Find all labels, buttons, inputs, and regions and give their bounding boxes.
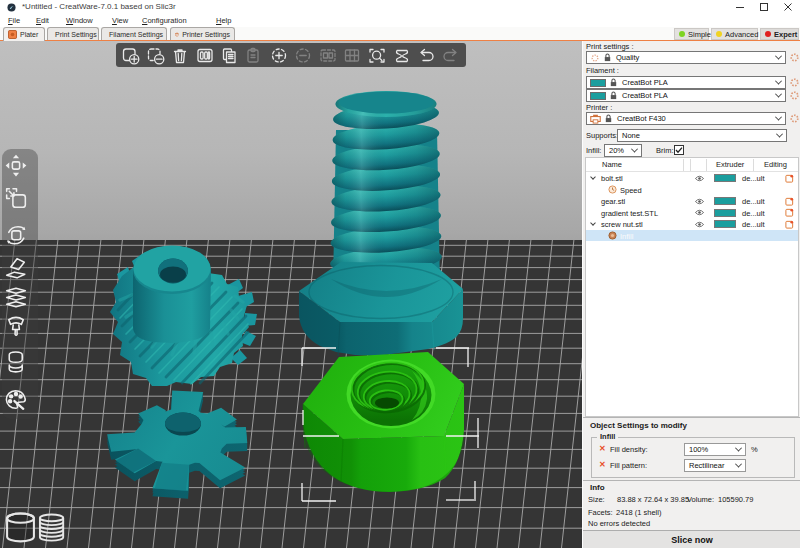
more-copies-button[interactable] <box>266 44 291 66</box>
tool-paint-button[interactable] <box>2 313 30 341</box>
chevron-down-icon <box>735 461 742 468</box>
delete-all-button[interactable] <box>168 44 193 66</box>
floating-toolbar <box>116 43 466 67</box>
list-item-gradient-test-stl[interactable]: gradient test.STLde...ult <box>586 207 798 219</box>
print-settings-combo[interactable]: Quality <box>586 51 786 64</box>
tool-layers-button[interactable] <box>2 283 30 311</box>
add-object-button[interactable] <box>119 44 144 66</box>
printer-combo[interactable]: CreatBot F430 <box>586 112 786 125</box>
column-editing[interactable]: Editing <box>764 158 787 171</box>
move-icon <box>2 151 30 179</box>
fill-pattern-combo[interactable]: Rectilinear <box>684 459 746 472</box>
menu-view[interactable]: View <box>112 16 128 25</box>
size-value: 83.88 x 72.64 x 39.85 <box>617 495 689 504</box>
undo-icon <box>416 46 436 65</box>
menu-window[interactable]: Window <box>66 16 93 25</box>
filament-combo-2[interactable]: CreatBot PLA <box>586 89 786 102</box>
list-item-screw-nut-stl[interactable]: screw nut.stlde...ult <box>586 218 798 230</box>
list-subrow-speed[interactable]: Speed <box>586 184 798 196</box>
split-button <box>316 44 341 66</box>
tab-print-settings[interactable]: Print Settings <box>47 27 99 40</box>
arrange-icon <box>195 46 215 65</box>
eye-icon[interactable] <box>695 175 704 182</box>
remove-setting-icon[interactable]: ✕ <box>599 460 606 469</box>
edit-icon[interactable] <box>785 197 794 206</box>
close-button[interactable] <box>776 0 800 14</box>
speed-icon <box>608 185 617 194</box>
column-extruder[interactable]: Extruder <box>716 158 744 171</box>
zoom-view-icon <box>367 46 387 65</box>
list-subrow-infill[interactable]: Infill <box>586 230 798 242</box>
fill-density-label: Fill density: <box>610 445 648 454</box>
menu-file[interactable]: File <box>8 16 20 25</box>
printer-gear-button[interactable] <box>789 113 800 124</box>
printer-settings-icon <box>175 30 179 39</box>
edit-icon[interactable] <box>785 220 794 229</box>
list-item-gear-stl[interactable]: gear.stlde...ult <box>586 195 798 207</box>
volume-label: Volume: <box>687 495 714 504</box>
supports-combo[interactable]: None <box>617 129 787 142</box>
scale-icon <box>2 184 30 212</box>
tool-move-button[interactable] <box>2 151 30 179</box>
column-separator <box>690 159 691 171</box>
minimize-button[interactable] <box>728 0 752 14</box>
menu-configuration[interactable]: Configuration <box>142 16 187 25</box>
edit-icon[interactable] <box>785 208 794 217</box>
eye-icon[interactable] <box>695 209 704 216</box>
menu-help[interactable]: Help <box>216 16 231 25</box>
undo-button[interactable] <box>414 44 439 66</box>
tab-plater[interactable]: Plater <box>3 27 45 41</box>
fewer-copies-button <box>291 44 316 66</box>
tab-filament-settings[interactable]: Filament Settings <box>101 27 167 40</box>
3d-view-button[interactable] <box>4 510 37 548</box>
filament-1-gear-button[interactable] <box>789 77 800 88</box>
menu-edit[interactable]: Edit <box>36 16 49 25</box>
info-title: Info <box>590 483 605 492</box>
tool-rotate-button[interactable] <box>2 221 30 249</box>
tool-color-button[interactable] <box>2 386 30 414</box>
collapse-arrow[interactable] <box>590 174 596 180</box>
layers-preview-button[interactable] <box>38 512 69 548</box>
list-item-bolt-stl[interactable]: bolt.stlde...ult <box>586 172 798 184</box>
tool-cut-button[interactable] <box>2 348 30 376</box>
column-name[interactable]: Name <box>602 158 622 171</box>
delete-all-icon <box>170 46 190 65</box>
tool-scale-button[interactable] <box>2 184 30 212</box>
remove-setting-icon[interactable]: ✕ <box>599 444 606 453</box>
fill-density-combo[interactable]: 100% <box>684 443 746 456</box>
eye-icon[interactable] <box>695 221 704 228</box>
mode-advanced[interactable]: Advanced <box>711 28 758 40</box>
print-settings-gear-button[interactable] <box>789 52 800 63</box>
filament-2-gear-button[interactable] <box>789 90 800 101</box>
arrange-button[interactable] <box>193 44 218 66</box>
cut-icon <box>342 46 362 65</box>
tab-printer-settings[interactable]: Printer Settings <box>170 27 235 40</box>
model-screw-nut[interactable] <box>303 352 464 492</box>
mode-simple[interactable]: Simple <box>674 28 709 40</box>
eye-icon[interactable] <box>695 198 704 205</box>
remove-object-button[interactable] <box>144 44 169 66</box>
zoom-view-button[interactable] <box>365 44 390 66</box>
brim-checkbox[interactable] <box>674 145 684 155</box>
maximize-button[interactable] <box>752 0 776 14</box>
print-bed <box>0 240 582 548</box>
viewport-3d[interactable] <box>0 41 582 548</box>
edit-icon[interactable] <box>785 174 794 183</box>
extruder-color-swatch <box>714 197 736 205</box>
paint-icon <box>2 313 30 341</box>
filament-combo-1[interactable]: CreatBot PLA <box>586 76 786 89</box>
tool-place-on-face-button[interactable] <box>2 254 30 282</box>
split-icon <box>318 46 338 65</box>
model-bolt[interactable] <box>299 91 463 356</box>
tab-bar: Plater Print Settings Filament Settings … <box>0 27 800 40</box>
lock-icon <box>603 53 612 62</box>
filament-label: Filament : <box>586 66 619 75</box>
supports-label: Supports: <box>586 131 618 140</box>
mode-expert[interactable]: Expert <box>760 28 799 40</box>
layers-icon <box>2 283 30 311</box>
slice-now-button[interactable]: Slice now <box>583 530 800 548</box>
infill-combo[interactable]: 20% <box>604 144 642 157</box>
copy-button[interactable] <box>217 44 242 66</box>
layers-view-button[interactable] <box>389 44 414 66</box>
collapse-arrow[interactable] <box>590 220 596 226</box>
